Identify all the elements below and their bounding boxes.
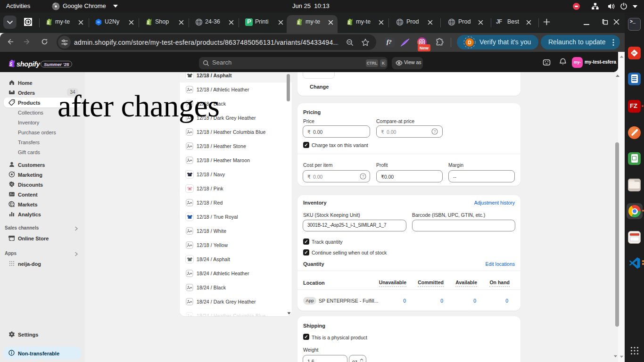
svg-text:$: $ bbox=[13, 205, 15, 207]
svg-text:D: D bbox=[468, 40, 471, 45]
svg-text:?: ? bbox=[434, 129, 436, 134]
svg-text:?: ? bbox=[362, 174, 364, 179]
